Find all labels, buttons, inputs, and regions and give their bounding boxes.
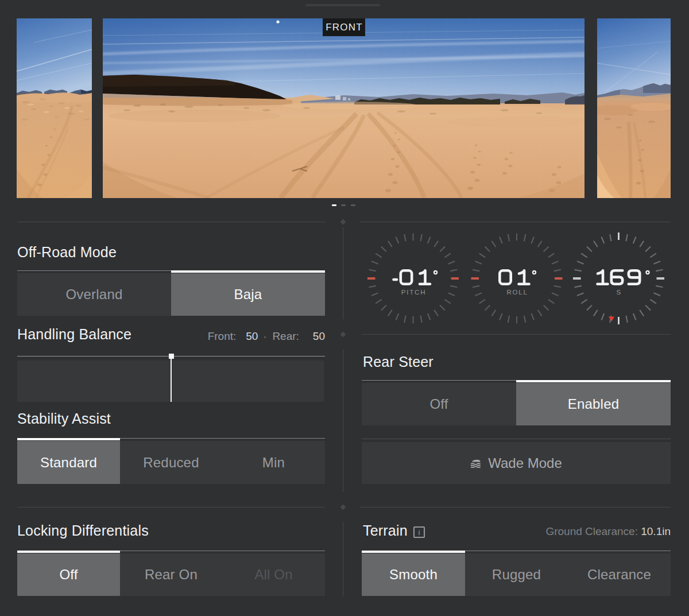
svg-text:PITCH: PITCH	[401, 289, 427, 296]
svg-text:ROLL: ROLL	[506, 289, 528, 296]
svg-text:S: S	[616, 289, 621, 296]
